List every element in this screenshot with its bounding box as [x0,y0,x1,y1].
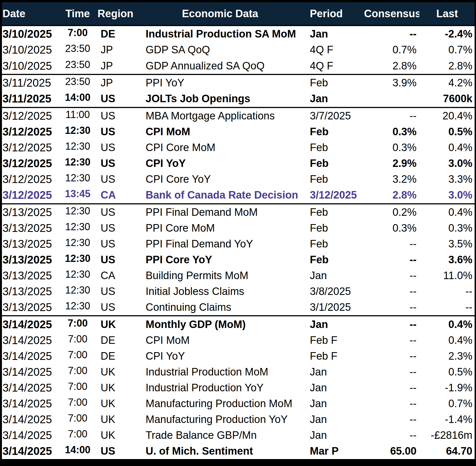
cell-date: 3/13/2025 [2,236,59,252]
cell-date: 3/12/2025 [2,171,59,187]
cell-period: Feb [305,220,364,236]
cell-date: 3/14/2025 [2,380,59,396]
table-body: 3/10/20257:00DEIndustrial Production SA … [2,26,475,459]
time-value: 12:30 [65,269,90,280]
cell-last: -£2816m [419,427,475,443]
table-row: 3/14/20257:00UKIndustrial Production MoM… [2,364,475,380]
cell-consensus: -- [364,396,419,412]
table-row: 3/10/202523:50JPGDP SA QoQ4Q F0.7%0.7% [2,42,475,58]
time-value: 7:00 [68,333,87,345]
cell-date: 3/14/2025 [2,443,59,459]
cell-date: 3/12/2025 [2,107,59,124]
cell-region: US [96,204,135,220]
time-value: 7:00 [68,317,88,329]
time-value: 11:00 [66,109,90,121]
time-value: 14:00 [65,444,90,456]
cell-period: Jan [305,26,364,42]
cell-region: US [96,171,135,187]
time-value: 12:30 [65,172,90,184]
cell-region: US [96,124,135,140]
cell-event: Industrial Production YoY [135,380,305,396]
cell-consensus: -- [364,427,419,443]
cell-period: 3/7/2025 [305,107,364,124]
cell-period: Feb F [305,348,364,364]
cell-last: 20.4% [419,107,475,124]
cell-date: 3/14/2025 [2,316,59,332]
cell-region: UK [96,380,135,396]
cell-period: Feb F [305,332,364,348]
cell-time: 7:00 [59,427,96,443]
cell-period: Jan [305,396,364,412]
cell-last: -- [419,299,475,316]
header-row: Date Time Region Economic Data Period Co… [2,2,475,26]
cell-event: Trade Balance GBP/Mn [135,427,305,443]
time-value: 12:30 [65,205,90,217]
cell-time: 11:00 [59,107,96,124]
cell-region: US [96,299,135,316]
cell-consensus: -- [364,26,419,42]
cell-consensus: -- [364,268,419,284]
cell-consensus: 2.9% [364,156,419,171]
time-value: 12:30 [65,253,90,264]
cell-event: CPI YoY [135,156,305,171]
cell-consensus: 0.7% [364,42,419,58]
cell-event: Monthly GDP (MoM) [135,316,305,332]
cell-date: 3/13/2025 [2,268,59,284]
table-row: 3/13/202512:30USPPI Final Demand MoMFeb0… [2,204,475,220]
table-row: 3/14/20257:00UKManufacturing Production … [2,396,475,412]
cell-consensus: -- [364,284,419,299]
cell-time: 12:30 [59,268,96,284]
cell-date: 3/14/2025 [2,348,59,364]
column-header-last: Last [419,2,475,26]
cell-region: UK [96,364,135,380]
cell-date: 3/11/2025 [2,91,59,107]
cell-date: 3/12/2025 [2,124,59,140]
cell-event: CPI MoM [135,332,305,348]
table-row: 3/13/202512:30USPPI Core MoMFeb0.3%0.3% [2,220,475,236]
cell-region: DE [96,26,135,42]
table-row: 3/13/202512:30USPPI Core YoYFeb--3.6% [2,252,475,268]
cell-last: 0.7% [419,42,475,58]
cell-last: 0.5% [419,124,475,140]
cell-region: UK [96,427,135,443]
cell-last: 0.4% [419,140,475,156]
time-value: 7:00 [68,365,87,377]
cell-date: 3/14/2025 [2,364,59,380]
cell-period: Feb [305,74,364,91]
cell-period: Feb [305,236,364,252]
cell-event: CPI MoM [135,124,305,140]
cell-date: 3/14/2025 [2,332,59,348]
time-value: 12:30 [65,284,90,296]
table-row: 3/11/202514:00USJOLTs Job OpeningsJan760… [2,91,475,107]
cell-time: 12:30 [59,236,96,252]
cell-period: 3/8/2025 [305,284,364,299]
cell-time: 23:50 [59,74,96,91]
cell-date: 3/11/2025 [2,74,59,91]
time-value: 23:50 [65,76,90,87]
time-value: 12:30 [65,221,90,233]
cell-region: US [96,443,135,459]
cell-last: 7600k [419,91,475,107]
economic-calendar: Date Time Region Economic Data Period Co… [0,0,476,466]
cell-last: 0.4% [419,332,475,348]
cell-event: GDP SA QoQ [135,42,305,58]
cell-last: 3.3% [419,171,475,187]
cell-time: 12:30 [59,204,96,220]
table-row: 3/12/202513:45CABank of Canada Rate Deci… [2,187,475,204]
cell-consensus: -- [364,332,419,348]
column-header-region: Region [96,2,135,26]
cell-time: 7:00 [59,412,96,427]
cell-last: -- [419,284,475,299]
table-row: 3/14/20257:00DECPI MoMFeb F--0.4% [2,332,475,348]
table-row: 3/14/20257:00UKIndustrial Production YoY… [2,380,475,396]
cell-period: 4Q F [305,42,364,58]
cell-consensus: -- [364,252,419,268]
cell-last: 3.0% [419,187,475,204]
cell-event: Initial Jobless Claims [135,284,305,299]
cell-date: 3/14/2025 [2,396,59,412]
cell-event: JOLTs Job Openings [135,91,305,107]
time-value: 7:00 [68,27,88,39]
cell-last: -1.4% [419,412,475,427]
time-value: 14:00 [65,92,90,103]
time-value: 7:00 [68,412,87,424]
